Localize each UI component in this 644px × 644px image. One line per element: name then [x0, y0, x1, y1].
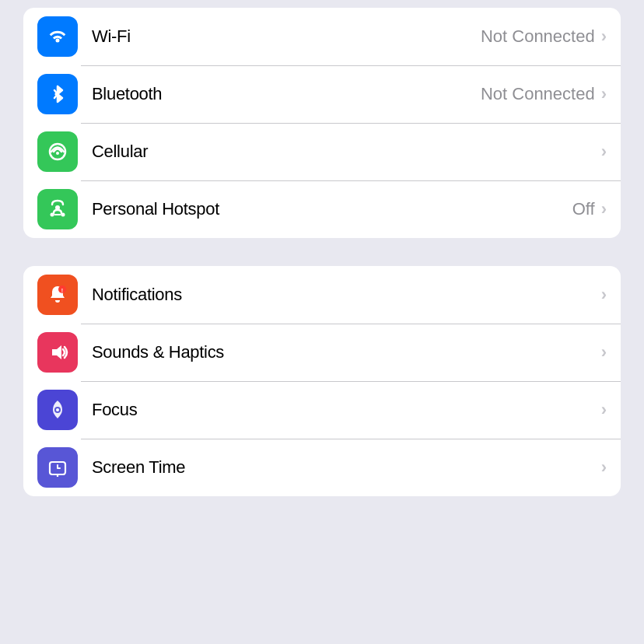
notifications-icon: !: [37, 275, 78, 315]
notifications-row[interactable]: ! Notifications ›: [23, 266, 621, 324]
bluetooth-chevron: ›: [601, 86, 607, 103]
wifi-chevron: ›: [601, 28, 607, 45]
focus-chevron: ›: [601, 401, 607, 418]
svg-point-1: [56, 152, 59, 155]
bluetooth-icon: [37, 74, 78, 114]
screentime-icon: [37, 447, 78, 488]
sounds-label: Sounds & Haptics: [92, 342, 595, 362]
svg-point-4: [61, 213, 65, 217]
system-group: ! Notifications › Sounds & Haptics ›: [23, 266, 621, 496]
cellular-row[interactable]: Cellular ›: [23, 123, 621, 180]
hotspot-row[interactable]: Personal Hotspot Off ›: [23, 180, 621, 238]
svg-text:!: !: [61, 288, 63, 293]
cellular-icon: [37, 131, 78, 172]
wifi-value: Not Connected: [481, 26, 595, 47]
notifications-label: Notifications: [92, 285, 595, 305]
hotspot-icon: [37, 189, 78, 229]
focus-row[interactable]: Focus ›: [23, 381, 621, 439]
sounds-chevron: ›: [601, 344, 607, 361]
screentime-label: Screen Time: [92, 457, 595, 478]
svg-marker-8: [52, 345, 61, 359]
focus-icon: [37, 390, 78, 430]
settings-page: Wi-Fi Not Connected › Bluetooth Not Conn…: [0, 0, 644, 644]
focus-label: Focus: [92, 400, 595, 420]
hotspot-label: Personal Hotspot: [92, 199, 572, 219]
cellular-chevron: ›: [601, 143, 607, 160]
screentime-chevron: ›: [601, 459, 607, 476]
wifi-label: Wi-Fi: [92, 26, 481, 47]
sounds-row[interactable]: Sounds & Haptics ›: [23, 324, 621, 381]
svg-point-3: [51, 213, 54, 217]
bluetooth-value: Not Connected: [481, 84, 595, 104]
connectivity-group: Wi-Fi Not Connected › Bluetooth Not Conn…: [23, 8, 621, 238]
notifications-chevron: ›: [601, 286, 607, 303]
svg-point-10: [56, 408, 59, 411]
hotspot-value: Off: [572, 199, 595, 219]
hotspot-chevron: ›: [601, 201, 607, 218]
wifi-icon: [37, 16, 78, 57]
wifi-row[interactable]: Wi-Fi Not Connected ›: [23, 8, 621, 65]
screentime-row[interactable]: Screen Time ›: [23, 439, 621, 496]
bluetooth-row[interactable]: Bluetooth Not Connected ›: [23, 65, 621, 123]
sounds-icon: [37, 332, 78, 373]
cellular-label: Cellular: [92, 142, 595, 162]
bluetooth-label: Bluetooth: [92, 84, 481, 104]
